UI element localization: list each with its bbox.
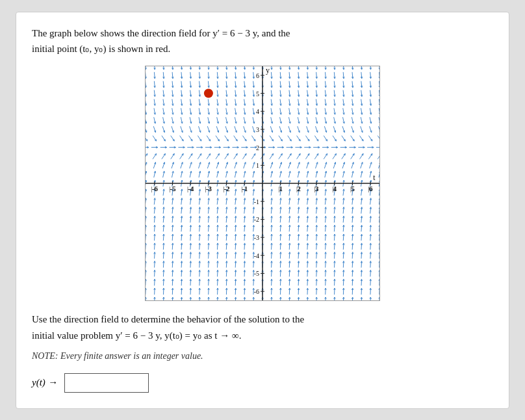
direction-field-canvas <box>145 66 380 301</box>
problem-line1: The graph below shows the direction fiel… <box>32 28 290 38</box>
question-line2: initial value problem y′ = 6 − 3 y, y(t₀… <box>32 330 241 341</box>
graph-container <box>32 66 493 301</box>
answer-label: y(t) → <box>32 377 58 388</box>
answer-row: y(t) → <box>32 373 493 393</box>
answer-input[interactable] <box>64 373 149 393</box>
problem-statement: The graph below shows the direction fiel… <box>32 25 493 57</box>
question-line1: Use the direction field to determine the… <box>32 314 304 324</box>
main-card: The graph below shows the direction fiel… <box>16 12 509 409</box>
question-text: Use the direction field to determine the… <box>32 311 493 345</box>
note-text: NOTE: Every finite answer is an integer … <box>32 351 493 361</box>
problem-line2: initial point (t₀, y₀) is shown in red. <box>32 44 170 54</box>
